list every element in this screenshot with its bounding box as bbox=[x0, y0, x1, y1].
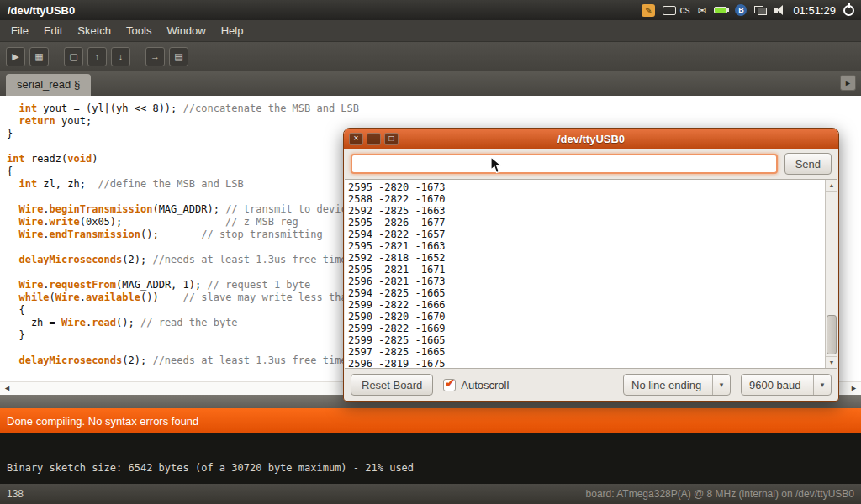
menu-tools[interactable]: Tools bbox=[119, 24, 159, 37]
serial-output-line: 2594 -2825 -1665 bbox=[345, 287, 837, 299]
scrollbar-thumb[interactable] bbox=[827, 315, 837, 354]
system-tray: ✎ cs ✉ B 01:51:29 bbox=[642, 4, 856, 17]
serial-output-line: 2595 -2826 -1677 bbox=[345, 217, 837, 228]
serial-output-line: 2596 -2819 -1675 bbox=[345, 358, 837, 369]
serial-monitor-title: /dev/ttyUSB0 bbox=[344, 133, 838, 145]
scroll-right-icon[interactable]: ► bbox=[850, 385, 858, 392]
mouse-cursor bbox=[490, 156, 502, 174]
serial-output-line: 2596 -2821 -1673 bbox=[345, 276, 837, 287]
up-arrow-icon: ↑ bbox=[95, 52, 100, 61]
window-title: /dev/ttyUSB0 bbox=[5, 4, 75, 17]
menu-window[interactable]: Window bbox=[159, 24, 213, 37]
serial-input[interactable] bbox=[351, 154, 778, 174]
menu-bar: FileEditSketchToolsWindowHelp bbox=[0, 20, 861, 42]
tab-label: serial_read § bbox=[17, 78, 80, 91]
console-output: Binary sketch size: 6542 bytes (of a 307… bbox=[0, 433, 861, 484]
autoscroll-label: Autoscroll bbox=[461, 379, 509, 391]
keyboard-layout-label: cs bbox=[679, 4, 689, 16]
pencil-icon: ✎ bbox=[645, 6, 652, 15]
footer-status-bar: 138 board: ATmega328P(A) @ 8 MHz (intern… bbox=[0, 484, 861, 504]
stop-grid-icon: ▦ bbox=[34, 52, 43, 61]
scroll-left-icon[interactable]: ◄ bbox=[3, 385, 11, 392]
stop-button[interactable]: ▦ bbox=[29, 47, 49, 66]
close-button[interactable]: × bbox=[349, 133, 363, 145]
console-text: Binary sketch size: 6542 bytes (of a 307… bbox=[7, 462, 414, 474]
serial-output-line: 2599 -2822 -1666 bbox=[345, 299, 837, 311]
status-bar: Done compiling. No syntax errors found bbox=[0, 408, 861, 433]
volume-icon[interactable] bbox=[774, 5, 785, 15]
baud-rate-value: 9600 baud bbox=[742, 379, 813, 391]
serial-monitor-titlebar[interactable]: /dev/ttyUSB0 × – □ bbox=[344, 129, 838, 149]
upload-arrow-icon: → bbox=[151, 52, 160, 61]
autoscroll-control[interactable]: ✔ Autoscroll bbox=[443, 379, 509, 391]
serial-output-line: 2595 -2821 -1663 bbox=[345, 240, 837, 252]
upload-button[interactable]: → bbox=[145, 47, 165, 66]
tab-menu-icon: ► bbox=[844, 79, 852, 87]
chevron-down-icon: ▾ bbox=[712, 375, 730, 395]
close-icon: × bbox=[354, 134, 359, 143]
serial-monitor-icon: ▤ bbox=[174, 52, 182, 61]
serial-output-line: 2595 -2820 -1673 bbox=[345, 181, 837, 193]
serial-output-scrollbar[interactable]: ▲ ▼ bbox=[825, 180, 837, 368]
serial-output-lines: 2595 -2820 -16732588 -2822 -16702592 -28… bbox=[345, 180, 837, 369]
menu-file[interactable]: File bbox=[3, 24, 36, 37]
toolbar: ▶▦▢↑↓→▤ bbox=[0, 42, 861, 71]
network-icon[interactable] bbox=[754, 6, 767, 15]
clock[interactable]: 01:51:29 bbox=[793, 4, 836, 17]
scroll-up-icon[interactable]: ▲ bbox=[826, 180, 837, 192]
autoscroll-checkbox[interactable]: ✔ bbox=[443, 379, 456, 391]
menu-help[interactable]: Help bbox=[214, 24, 251, 37]
reset-board-button[interactable]: Reset Board bbox=[351, 374, 433, 396]
code-line: return yout; bbox=[7, 115, 861, 128]
serial-output-line: 2592 -2818 -1652 bbox=[345, 252, 837, 264]
status-message: Done compiling. No syntax errors found bbox=[7, 415, 198, 428]
check-icon: ✔ bbox=[445, 376, 455, 390]
serial-output-line: 2588 -2822 -1670 bbox=[345, 193, 837, 205]
save-sketch-button[interactable]: ↓ bbox=[111, 47, 130, 66]
menu-edit[interactable]: Edit bbox=[36, 24, 70, 37]
screen: /dev/ttyUSB0 ✎ cs ✉ B 01:51:29 FileEditS… bbox=[0, 0, 861, 504]
battery-icon[interactable] bbox=[714, 7, 727, 13]
serial-output-line: 2590 -2820 -1670 bbox=[345, 311, 837, 323]
serial-input-row: Send bbox=[344, 149, 838, 179]
maximize-button[interactable]: □ bbox=[384, 133, 399, 145]
serial-output-line: 2592 -2825 -1663 bbox=[345, 205, 837, 217]
keyboard-icon bbox=[663, 6, 676, 15]
verify-button[interactable]: ▶ bbox=[6, 47, 25, 66]
down-arrow-icon: ↓ bbox=[119, 52, 124, 61]
tab-serial-read[interactable]: serial_read § bbox=[6, 74, 91, 96]
play-circle-icon: ▶ bbox=[12, 52, 18, 61]
mail-icon[interactable]: ✉ bbox=[697, 4, 706, 17]
line-ending-dropdown[interactable]: No line ending ▾ bbox=[623, 374, 731, 396]
minimize-button[interactable]: – bbox=[367, 133, 381, 145]
top-panel: /dev/ttyUSB0 ✎ cs ✉ B 01:51:29 bbox=[0, 0, 861, 20]
keyboard-indicator[interactable]: cs bbox=[663, 4, 689, 16]
minimize-icon: – bbox=[372, 134, 377, 143]
serial-output-line: 2597 -2825 -1665 bbox=[345, 346, 837, 358]
serial-output-line: 2599 -2825 -1665 bbox=[345, 334, 837, 346]
chevron-down-icon: ▾ bbox=[813, 375, 831, 395]
board-info: board: ATmega328P(A) @ 8 MHz (internal) … bbox=[586, 488, 854, 500]
scroll-down-icon[interactable]: ▼ bbox=[826, 356, 837, 368]
serial-controls-row: Reset Board ✔ Autoscroll No line ending … bbox=[344, 369, 838, 401]
new-sketch-button[interactable]: ▢ bbox=[64, 47, 83, 66]
menu-sketch[interactable]: Sketch bbox=[70, 24, 119, 37]
new-file-icon: ▢ bbox=[69, 52, 77, 61]
serial-monitor-button[interactable]: ▤ bbox=[169, 47, 188, 66]
open-sketch-button[interactable]: ↑ bbox=[87, 47, 107, 66]
serial-output-line: 2594 -2822 -1657 bbox=[345, 228, 837, 240]
serial-output-area[interactable]: 2595 -2820 -16732588 -2822 -16702592 -28… bbox=[345, 179, 837, 369]
send-button[interactable]: Send bbox=[784, 153, 832, 175]
baud-rate-dropdown[interactable]: 9600 baud ▾ bbox=[741, 374, 832, 396]
serial-monitor-window: /dev/ttyUSB0 × – □ Send 2595 -2820 -1673… bbox=[343, 128, 839, 402]
session-menu-icon[interactable] bbox=[843, 5, 854, 16]
line-number: 138 bbox=[7, 488, 24, 500]
line-ending-value: No line ending bbox=[624, 379, 712, 391]
maximize-icon: □ bbox=[388, 134, 394, 143]
notes-applet-button[interactable]: ✎ bbox=[642, 4, 655, 17]
bluetooth-icon[interactable]: B bbox=[735, 4, 747, 16]
serial-output-line: 2595 -2821 -1671 bbox=[345, 264, 837, 276]
code-line: int yout = (yl|(yh << 8)); //concatenate… bbox=[7, 102, 861, 115]
tab-bar: serial_read § ► bbox=[0, 71, 861, 96]
tab-menu-button[interactable]: ► bbox=[840, 75, 856, 91]
